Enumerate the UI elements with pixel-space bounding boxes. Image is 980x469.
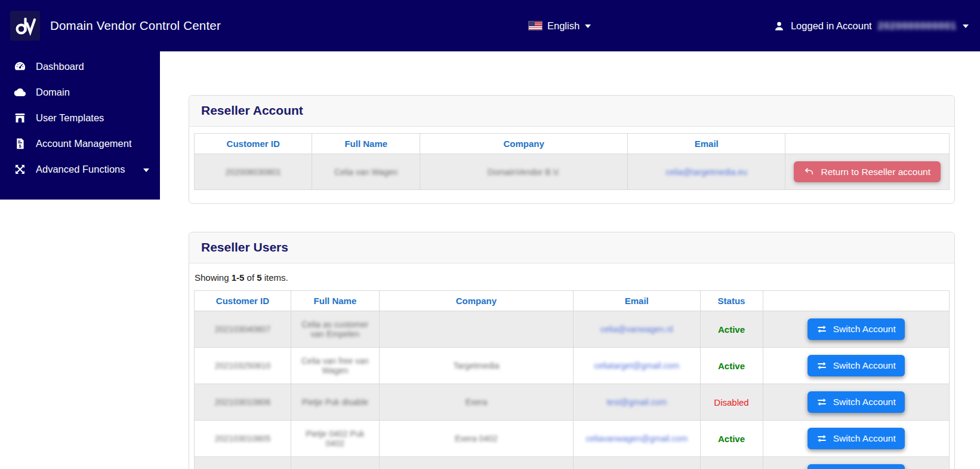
reseller-account-card: Reseller Account Customer ID Full Name C… [189,95,955,204]
reseller-users-table: Customer ID Full Name Company Email Stat… [194,290,950,469]
user-email-link[interactable]: celia@vanwagen.nl [600,324,673,334]
expand-arrows-icon [14,163,26,176]
column-header-company[interactable]: Company [379,291,573,311]
column-header-actions [763,291,950,311]
main-content: Reseller Account Customer ID Full Name C… [160,51,980,469]
column-header-status[interactable]: Status [700,291,763,311]
account-email-link[interactable]: celia@targetmedia.eu [666,167,747,177]
column-header-customer-id[interactable]: Customer ID [195,291,291,311]
invoice-icon: $ [14,137,26,150]
reseller-account-card-header: Reseller Account [189,96,954,127]
app-title: Domain Vendor Control Center [50,19,221,33]
user-row: 202104160821Test Userceliauser@targetmed… [195,457,950,469]
user-customer-id: 202103040807 [215,324,270,334]
items-summary: Showing 1-5 of 5 items. [195,272,950,283]
sidebar-item-label: Advanced Functions [36,164,125,175]
undo-arrow-icon [804,167,814,177]
language-selector[interactable]: English [529,0,591,51]
users-table-body: 202103040807Celia as customer van Empele… [195,311,950,469]
user-company: Targetmedia [453,361,499,370]
column-header-full-name[interactable]: Full Name [312,134,420,154]
summary-items: items. [264,272,288,283]
summary-showing: Showing [195,272,229,283]
summary-range: 1-5 [232,272,245,283]
reseller-account-row: 202008030801 Celia van Wagen DomainVendo… [195,154,950,190]
switch-account-button[interactable]: Switch Account [808,428,905,449]
account-customer-id: 202008030801 [225,167,281,177]
dv-logo-glyph [12,13,38,39]
user-company: Exera [466,397,488,407]
return-to-reseller-button[interactable]: Return to Reseller account [794,161,941,182]
switch-button-label: Switch Account [833,434,896,443]
us-flag-icon [529,22,542,30]
chevron-down-icon [143,168,149,172]
sidebar-item-label: Domain [36,87,70,98]
user-status-badge: Disabled [714,397,748,407]
switch-button-label: Switch Account [833,324,896,334]
sidebar-item-advanced-functions[interactable]: Advanced Functions [0,157,160,182]
switch-account-button[interactable]: Switch Account [808,391,905,413]
return-button-label: Return to Reseller account [821,167,930,177]
user-row: 202103250810Celia van free van WagenTarg… [195,348,950,384]
user-full-name: Pietje 0402 Puk 0402 [306,429,364,448]
switch-button-label: Switch Account [833,361,896,370]
user-status-badge: Active [718,434,745,444]
user-row: 202103010805Pietje 0402 Puk 0402Exera 04… [195,421,950,457]
dv-logo [10,11,40,41]
user-row: 202103040807Celia as customer van Empele… [195,311,950,348]
user-status-badge: Active [718,324,745,335]
sidebar-item-label: Dashboard [36,61,84,72]
language-label: English [547,20,580,32]
switch-button-label: Switch Account [833,397,896,407]
switch-account-button[interactable]: Switch Account [808,464,905,469]
reseller-account-table: Customer ID Full Name Company Email 2020… [194,133,950,190]
sidebar: Dashboard Domain User Templates $ Accoun… [0,51,160,200]
user-full-name: Pietje Puk disable [302,397,368,407]
reseller-users-card-header: Reseller Users [189,232,954,263]
user-company: Exera 0402 [455,434,498,443]
column-header-email[interactable]: Email [574,291,701,311]
exchange-arrows-icon [816,324,827,335]
person-icon [773,20,785,32]
exchange-arrows-icon [816,433,827,444]
sidebar-item-account-management[interactable]: $ Account Management [0,131,160,157]
user-email-link[interactable]: celiavanwagen@gmail.com [585,434,688,443]
column-header-email[interactable]: Email [628,134,785,154]
summary-of: of [247,272,255,283]
archway-icon [14,112,26,124]
sidebar-item-label: User Templates [36,112,104,124]
user-email-link[interactable]: test@gmail.com [606,397,667,407]
exchange-arrows-icon [816,397,827,407]
reseller-users-card-body: Showing 1-5 of 5 items. Customer ID Full… [189,263,954,469]
account-label: Logged in Account [791,20,872,32]
user-status-badge: Active [718,361,745,371]
account-company: DomainVendor B.V. [488,167,560,177]
column-header-customer-id[interactable]: Customer ID [195,134,312,154]
user-email-link[interactable]: celiatarget@gmail.com [594,361,679,370]
switch-account-button[interactable]: Switch Account [808,355,905,376]
user-full-name: Celia as customer van Empelen [301,320,368,339]
user-full-name: Celia van free van Wagen [301,356,369,375]
reseller-users-card: Reseller Users Showing 1-5 of 5 items. C… [189,232,955,469]
column-header-company[interactable]: Company [420,134,628,154]
exchange-arrows-icon [816,360,827,371]
caret-down-icon [963,24,969,28]
sidebar-item-dashboard[interactable]: Dashboard [0,54,160,79]
switch-account-button[interactable]: Switch Account [808,318,905,340]
user-customer-id: 202103010805 [215,434,270,443]
gauge-icon [14,60,26,73]
cloud-icon [14,86,26,99]
column-header-full-name[interactable]: Full Name [291,291,379,311]
reseller-users-title: Reseller Users [201,240,288,254]
summary-total: 5 [257,272,261,283]
account-number-redacted: 2020000000001 [878,20,957,32]
reseller-account-title: Reseller Account [201,103,303,117]
account-full-name: Celia van Wagen [334,167,397,177]
top-bar: Domain Vendor Control Center English Log… [0,0,980,51]
sidebar-item-domain[interactable]: Domain [0,79,160,105]
account-menu[interactable]: Logged in Account 2020000000001 [773,0,969,51]
sidebar-item-user-templates[interactable]: User Templates [0,105,160,131]
caret-down-icon [585,24,591,28]
reseller-account-card-body: Customer ID Full Name Company Email 2020… [189,127,954,203]
user-row: 202103010806Pietje Puk disableExeratest@… [195,384,950,421]
